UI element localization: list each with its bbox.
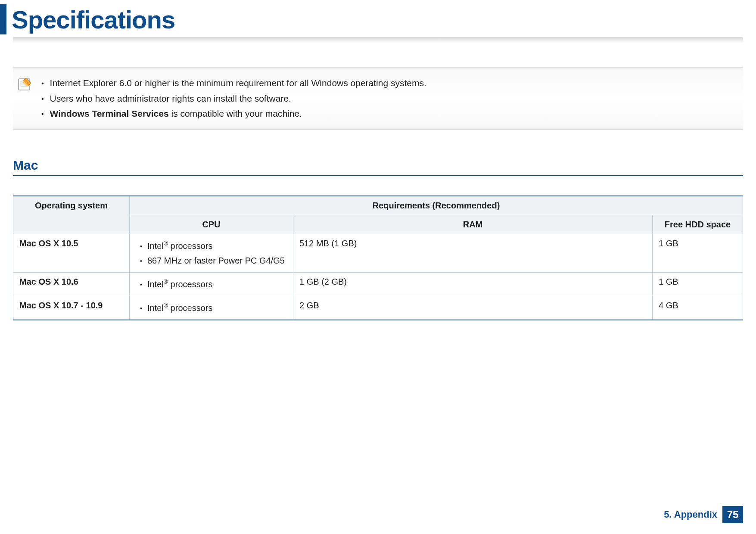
th-hdd: Free HDD space bbox=[653, 215, 743, 234]
cell-os: Mac OS X 10.5 bbox=[13, 234, 130, 273]
footer-page-number: 75 bbox=[722, 506, 743, 523]
content-area: Internet Explorer 6.0 or higher is the m… bbox=[0, 43, 756, 320]
cell-ram: 512 MB (1 GB) bbox=[293, 234, 653, 273]
cell-ram: 1 GB (2 GB) bbox=[293, 273, 653, 296]
cell-cpu: Intel® processors867 MHz or faster Power… bbox=[130, 234, 293, 273]
cell-hdd: 1 GB bbox=[653, 273, 743, 296]
note-item: Windows Terminal Services is compatible … bbox=[41, 106, 426, 121]
note-list: Internet Explorer 6.0 or higher is the m… bbox=[41, 75, 426, 121]
th-cpu: CPU bbox=[130, 215, 293, 234]
cell-ram: 2 GB bbox=[293, 296, 653, 320]
th-ram: RAM bbox=[293, 215, 653, 234]
cpu-item: Intel® processors bbox=[140, 239, 287, 253]
cpu-item: 867 MHz or faster Power PC G4/G5 bbox=[140, 253, 287, 268]
cell-os: Mac OS X 10.7 - 10.9 bbox=[13, 296, 130, 320]
cpu-item: Intel® processors bbox=[140, 301, 287, 315]
note-item: Internet Explorer 6.0 or higher is the m… bbox=[41, 75, 426, 91]
cell-hdd: 1 GB bbox=[653, 234, 743, 273]
page-title: Specifications bbox=[12, 5, 175, 34]
section-heading-mac: Mac bbox=[13, 158, 743, 176]
title-accent-bar bbox=[0, 4, 6, 34]
footer-chapter: 5. Appendix bbox=[664, 509, 717, 520]
spec-table: Operating system Requirements (Recommend… bbox=[13, 196, 743, 320]
cell-os: Mac OS X 10.6 bbox=[13, 273, 130, 296]
page-footer: 5. Appendix 75 bbox=[664, 506, 743, 523]
th-requirements: Requirements (Recommended) bbox=[130, 196, 743, 215]
cpu-item: Intel® processors bbox=[140, 277, 287, 292]
note-item: Users who have administrator rights can … bbox=[41, 91, 426, 106]
page-header: Specifications bbox=[0, 0, 756, 34]
cell-cpu: Intel® processors bbox=[130, 296, 293, 320]
cell-hdd: 4 GB bbox=[653, 296, 743, 320]
table-row: Mac OS X 10.6Intel® processors1 GB (2 GB… bbox=[13, 273, 743, 296]
th-os: Operating system bbox=[13, 196, 130, 234]
note-icon bbox=[17, 76, 33, 92]
cell-cpu: Intel® processors bbox=[130, 273, 293, 296]
note-box: Internet Explorer 6.0 or higher is the m… bbox=[13, 67, 743, 130]
title-underline bbox=[13, 37, 743, 43]
table-row: Mac OS X 10.5Intel® processors867 MHz or… bbox=[13, 234, 743, 273]
table-row: Mac OS X 10.7 - 10.9Intel® processors2 G… bbox=[13, 296, 743, 320]
